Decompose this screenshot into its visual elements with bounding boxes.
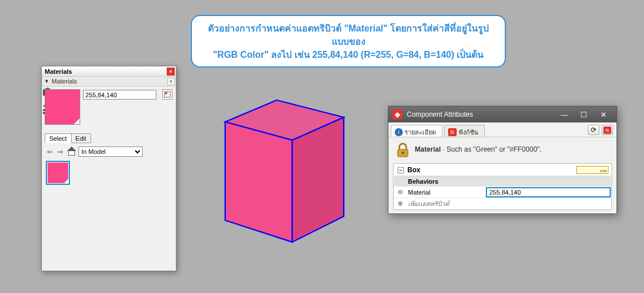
materials-body: Select Edit ⇦ ⇨ In Model (42, 86, 176, 271)
caption-box: ตัวอย่างการกำหนดค่าแอตทริบิวต์ "Material… (191, 15, 506, 68)
material-swatch-large[interactable] (45, 90, 80, 124)
component-tabs: i รายละเอียด fx ฟังก์ชัน ⟳ fx (388, 122, 616, 137)
fx-icon: fx (448, 128, 457, 136)
material-name-input[interactable] (83, 90, 156, 100)
material-swatch-item[interactable] (46, 161, 70, 185)
remove-attr-icon[interactable]: ⊖ (394, 187, 406, 197)
component-name: Box (407, 166, 421, 174)
info-icon: i (395, 128, 403, 136)
unit-ruler[interactable]: cm (576, 166, 608, 174)
expander-icon[interactable]: − (398, 167, 404, 173)
caption-line-1: ตัวอย่างการกำหนดค่าแอตทริบิวต์ "Material… (208, 23, 489, 46)
attribute-description: Material · Such as "Green" or "#FF0000". (388, 137, 616, 161)
refresh-icon[interactable]: ⟳ (588, 125, 599, 135)
materials-subtitle: Materials (52, 78, 77, 85)
attribute-row-material[interactable]: ⊖ Material (394, 186, 611, 197)
tab-functions[interactable]: fx ฟังก์ชัน (444, 125, 485, 137)
caption-line-2: "RGB Color" ลงไป เช่น 255,84,140 (R=255,… (213, 50, 484, 60)
component-row[interactable]: − Box cm (394, 164, 611, 176)
sketchup-logo-icon: ◆ (392, 109, 402, 120)
tab-details[interactable]: i รายละเอียด (391, 125, 442, 137)
tab-edit[interactable]: Edit (71, 133, 91, 143)
nav-row: ⇦ ⇨ In Model (45, 146, 143, 157)
minimize-icon[interactable]: — (555, 108, 574, 121)
svg-point-10 (402, 152, 404, 154)
materials-panel-titlebar[interactable]: Materials × (42, 66, 176, 77)
attribute-name: Material (406, 189, 486, 196)
attribute-grid: − Box cm Behaviors ⊖ Material ⊕ เพิ่มแอต… (393, 163, 612, 210)
forward-icon[interactable]: ⇨ (56, 147, 65, 156)
add-attr-icon[interactable]: ⊕ (394, 198, 406, 209)
component-titlebar[interactable]: ◆ Component Attributes — ☐ ✕ (388, 106, 616, 122)
back-icon[interactable]: ⇦ (45, 147, 54, 156)
attribute-desc-name: Material (415, 145, 441, 153)
component-attributes-panel: ◆ Component Attributes — ☐ ✕ i รายละเอีย… (388, 106, 617, 214)
materials-panel: Materials × ▼ Materials ✕ Select Edit (41, 66, 176, 271)
maximize-icon[interactable]: ☐ (574, 108, 594, 121)
close-icon[interactable]: ✕ (594, 108, 613, 121)
add-attribute-row[interactable]: ⊕ เพิ่มแอตทริบิวต์ (394, 197, 611, 209)
tab-details-label: รายละเอียด (405, 127, 436, 137)
tab-functions-label: ฟังก์ชัน (458, 127, 478, 137)
section-behaviors: Behaviors (394, 176, 611, 186)
add-attribute-label: เพิ่มแอตทริบิวต์ (406, 199, 486, 209)
material-library-select[interactable]: In Model (78, 146, 143, 157)
component-title: Component Attributes (407, 110, 473, 118)
attribute-value-input[interactable] (486, 187, 611, 197)
toggle-formula-icon[interactable]: fx (602, 125, 613, 135)
home-icon[interactable] (66, 147, 76, 156)
cube-left-face (225, 122, 292, 242)
cube-viewport (215, 94, 352, 255)
swatch-list (45, 160, 159, 193)
mini-close-icon[interactable]: ✕ (167, 78, 175, 85)
close-icon[interactable]: × (167, 68, 175, 76)
materials-tabs: Select Edit (45, 133, 91, 143)
materials-sub-bar[interactable]: ▼ Materials ✕ (42, 77, 176, 86)
tab-select[interactable]: Select (45, 133, 72, 143)
collapse-icon[interactable]: ▼ (44, 78, 49, 84)
materials-title: Materials (45, 68, 72, 75)
attribute-desc-text: · Such as "Green" or "#FF0000". (441, 145, 541, 153)
padlock-icon (394, 141, 410, 157)
create-material-icon[interactable] (162, 89, 172, 100)
svg-rect-1 (165, 92, 167, 94)
